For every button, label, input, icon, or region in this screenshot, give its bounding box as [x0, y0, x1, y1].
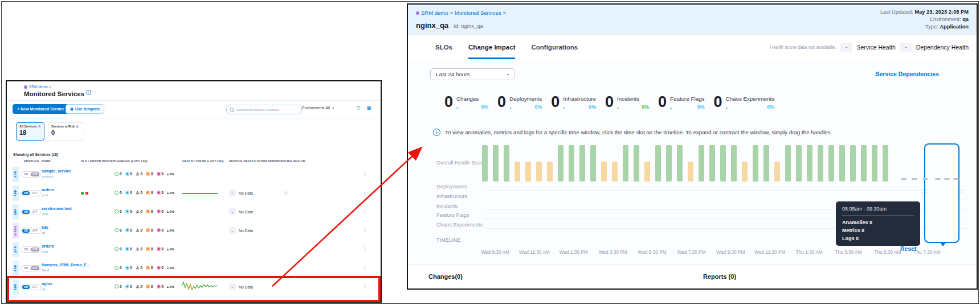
filter-icon[interactable]: ▽: [357, 105, 360, 110]
service-dependencies-link[interactable]: Service Dependencies: [876, 71, 939, 77]
health-score-bar[interactable]: [493, 145, 499, 182]
health-score-bar[interactable]: [720, 145, 726, 182]
row-menu-kebab-icon[interactable]: ⋮: [362, 246, 368, 252]
change-counter: 0: [146, 247, 153, 251]
service-name-link[interactable]: sample_service: [42, 169, 71, 173]
search-input[interactable]: [235, 107, 299, 112]
summary-card-services-at-risk[interactable]: Services at Risk◎0: [48, 122, 84, 141]
row-menu-kebab-icon[interactable]: ⋮: [362, 171, 368, 176]
health-score-bar[interactable]: [612, 162, 618, 182]
health-score-bar[interactable]: [774, 162, 780, 182]
health-score-bar[interactable]: [601, 162, 607, 182]
health-score-bar[interactable]: [731, 145, 737, 182]
health-score-bar[interactable]: [828, 145, 834, 182]
enabled-toggle[interactable]: ONOFF: [21, 265, 41, 271]
environment-filter-select[interactable]: Environment: All▾: [302, 106, 334, 110]
selection-left-drag-handle-icon[interactable]: ⋮⋮: [920, 189, 928, 193]
row-menu-kebab-icon[interactable]: ⋮: [362, 227, 368, 233]
enabled-toggle[interactable]: ONOFF: [21, 190, 41, 196]
tab-change-impact[interactable]: Change Impact: [468, 35, 515, 59]
health-score-bar[interactable]: [482, 145, 488, 182]
row-menu-kebab-icon[interactable]: ⋮: [362, 189, 368, 195]
health-score-bar[interactable]: [644, 162, 650, 182]
health-score-bar[interactable]: [850, 145, 856, 182]
at_risk-icon: ◎: [76, 125, 79, 128]
service-environment: nonprod: [42, 175, 54, 178]
dependency-health-label: Dependency Health: [916, 44, 969, 51]
service-name-link[interactable]: orders: [42, 244, 54, 248]
infrastructure-change-icon: [125, 209, 129, 213]
bottom-tab-reports-0-[interactable]: Reports (0): [703, 273, 736, 280]
health-score-bar[interactable]: [688, 162, 693, 182]
table-row-harness-srm-demo-e-[interactable]: APPONOFFHarness_SRM_Demo_E...Test200⚠000…: [10, 259, 377, 278]
health-score-bar[interactable]: [547, 162, 553, 182]
bottom-tab-changes-0-[interactable]: Changes(0): [428, 273, 463, 280]
health-score-note: Health score data not available.: [770, 44, 836, 50]
breadcrumb-link-monitored-services[interactable]: Monitored Services: [455, 10, 501, 16]
tab-slos[interactable]: SLOs: [435, 35, 452, 59]
table-row-servicenow-test[interactable]: APPONOFFservicenow-testprod00⚠000▴ 0%-No…: [10, 203, 377, 222]
use-template-button[interactable]: ≣Use template: [66, 104, 104, 114]
health-score-bar[interactable]: [525, 162, 531, 182]
breadcrumb-link-srm-demo[interactable]: SRM demo: [421, 10, 448, 16]
breadcrumb[interactable]: SRM demo >: [24, 85, 51, 89]
health-score-bar[interactable]: [709, 145, 715, 182]
enabled-toggle[interactable]: ONOFF: [21, 246, 41, 253]
health-score-bar[interactable]: [883, 145, 888, 182]
search-icon: [230, 108, 234, 112]
summary-card-all-services[interactable]: All Services⚙18: [16, 122, 44, 141]
health-score-bar[interactable]: [569, 145, 574, 182]
row-menu-kebab-icon[interactable]: ⋮: [362, 265, 368, 270]
health-score-bar[interactable]: [839, 145, 845, 182]
table-row-k8s[interactable]: INFRAONOFFk8sqa00⚠000▴ 0%-No Data⋮: [10, 221, 377, 241]
health-score-bar[interactable]: [796, 145, 802, 182]
health-score-bar[interactable]: [579, 145, 585, 182]
breadcrumb-link-srm-demo[interactable]: SRM demo >: [29, 85, 51, 89]
health-score-bar[interactable]: [655, 145, 661, 182]
health-score-bar[interactable]: [742, 162, 748, 182]
health-score-bar[interactable]: [623, 145, 628, 182]
grid-view-icon[interactable]: ▦: [367, 105, 371, 110]
service-name-link[interactable]: Harness_SRM_Demo_E...: [42, 263, 90, 267]
health-score-bar[interactable]: [753, 145, 758, 182]
breadcrumb[interactable]: SRM demo>Monitored Services>: [416, 10, 508, 16]
enabled-toggle[interactable]: ONOFF: [21, 209, 41, 215]
info-icon[interactable]: i: [86, 90, 91, 95]
enabled-toggle[interactable]: ONOFF: [21, 228, 41, 234]
time-range-select[interactable]: Last 24 hours▾: [430, 68, 514, 80]
health-score-bar[interactable]: [558, 145, 564, 182]
health-score-bar[interactable]: [504, 145, 509, 182]
table-row-orders[interactable]: APPONOFFordersprod00⚠000▴ 0%-No Data⋮: [10, 184, 377, 203]
health-score-bar[interactable]: [677, 145, 683, 182]
health-score-bar[interactable]: [861, 145, 867, 182]
row-menu-kebab-icon[interactable]: ⋮: [362, 208, 368, 214]
selection-right-drag-handle-icon[interactable]: ⋮⋮: [956, 189, 963, 193]
health-score-bar[interactable]: [872, 145, 877, 182]
health-score-bar[interactable]: [763, 145, 769, 182]
change-counter: 0: [115, 228, 122, 232]
health-score-bar[interactable]: [807, 145, 812, 182]
tab-configurations[interactable]: Configurations: [531, 35, 578, 59]
service-name-link[interactable]: orders: [42, 188, 54, 192]
table-row-sample-service[interactable]: APPONOFFsample_servicenonprod00⚠000▴ 0%⋮: [10, 165, 377, 184]
service-name-link[interactable]: servicenow-test: [42, 207, 72, 211]
health-score-bar[interactable]: [666, 145, 672, 182]
health-score-bar[interactable]: [536, 162, 542, 182]
health-score-bar[interactable]: [818, 145, 823, 182]
health-score-bar[interactable]: [785, 145, 791, 182]
new-monitored-service-button[interactable]: + New Monitored Service: [13, 104, 69, 114]
table-row-orders[interactable]: APPONOFForderslocal00⚠000▴ 0%⋮: [10, 240, 377, 259]
service-name-link[interactable]: k8s: [42, 225, 48, 229]
timeline-selection-window[interactable]: [924, 143, 959, 243]
health-score-bar[interactable]: [590, 145, 596, 182]
search-box[interactable]: [226, 105, 302, 114]
change-counter: 0: [146, 209, 153, 213]
reset-link[interactable]: Reset: [900, 245, 917, 252]
health-score-bar[interactable]: [699, 145, 704, 182]
enabled-toggle[interactable]: ONOFF: [21, 171, 41, 178]
srm-module-icon: [24, 85, 27, 89]
health-score-bar[interactable]: [634, 145, 639, 182]
health-score-bar[interactable]: [514, 162, 520, 182]
incident-change-icon: ⚠: [136, 247, 139, 251]
metric-value: 0: [444, 94, 453, 110]
